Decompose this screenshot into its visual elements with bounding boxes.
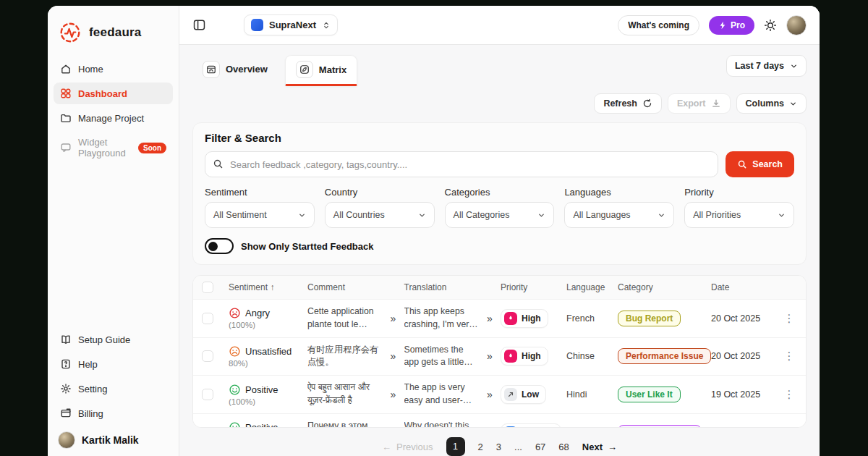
- sort-asc-icon[interactable]: ↑: [270, 282, 274, 292]
- priority-badge: High: [501, 309, 548, 328]
- table-row: Positive (100%) Почему в этом приложении…: [193, 413, 806, 428]
- book-icon: [60, 334, 72, 345]
- sidebar: feedaura Home Dashboard Manage Project W…: [48, 6, 179, 456]
- page-button-active[interactable]: 1: [446, 437, 465, 456]
- tab-overview[interactable]: Overview: [192, 55, 278, 86]
- row-menu-icon[interactable]: ⋮: [781, 350, 797, 363]
- search-input[interactable]: [205, 151, 718, 177]
- feedaura-logo-icon: [58, 20, 82, 45]
- dropdown-label: Sentiment: [205, 187, 315, 198]
- dropdown-label: Categories: [445, 187, 555, 198]
- col-category: Category: [618, 282, 706, 292]
- sentiment-score: (100%): [229, 397, 302, 406]
- comment-text: Cette application plante tout le temps, …: [307, 305, 383, 332]
- chevron-down-icon: [418, 211, 426, 219]
- priority-high-icon: [504, 312, 517, 325]
- priority-select[interactable]: All Priorities: [684, 202, 794, 228]
- selected-value: All Categories: [454, 210, 510, 220]
- category-badge: Feature Request: [618, 425, 702, 428]
- pro-button[interactable]: Pro: [709, 16, 754, 35]
- sidebar-item-widget-playground[interactable]: Widget Playground Soon: [54, 132, 173, 164]
- row-menu-icon[interactable]: ⋮: [781, 312, 797, 325]
- country-select[interactable]: All Countries: [325, 202, 435, 228]
- frown-face-icon: [229, 345, 241, 358]
- dropdown-label: Country: [325, 187, 435, 198]
- brand-name: feedaura: [89, 25, 141, 40]
- category-badge: Performance Issue: [618, 348, 711, 364]
- columns-button[interactable]: Columns: [736, 93, 807, 114]
- refresh-button[interactable]: Refresh: [594, 93, 662, 114]
- search-button[interactable]: Search: [726, 151, 794, 177]
- tabs-row: Overview Matrix Last 7 days: [192, 55, 807, 86]
- whats-coming-button[interactable]: What's coming: [618, 15, 699, 35]
- chevron-down-icon: [789, 100, 797, 108]
- theme-toggle-button[interactable]: [764, 19, 777, 32]
- comment-text: ऐप बहुत आसान और यूज़र-फ्रेंडली है: [307, 381, 383, 408]
- row-checkbox[interactable]: [202, 313, 213, 324]
- select-all-checkbox[interactable]: [202, 282, 213, 293]
- expand-comment-icon[interactable]: »: [388, 427, 399, 428]
- expand-translation-icon[interactable]: »: [484, 427, 495, 428]
- page-ellipsis: ...: [514, 442, 522, 452]
- sidebar-item-label: Setup Guide: [78, 334, 130, 345]
- sidebar-item-label: Home: [78, 64, 103, 75]
- chevron-down-icon: [790, 62, 798, 70]
- date-cell: 20 Oct 2025: [711, 351, 776, 361]
- project-switcher[interactable]: SupraNext: [244, 14, 338, 35]
- sentiment-score: (100%): [229, 321, 302, 329]
- col-comment: Comment: [307, 282, 383, 292]
- tab-matrix[interactable]: Matrix: [285, 55, 357, 86]
- row-menu-icon[interactable]: ⋮: [781, 426, 797, 428]
- export-button[interactable]: Export: [668, 93, 731, 114]
- chat-bubble-icon: [60, 142, 72, 153]
- row-checkbox[interactable]: [202, 350, 213, 362]
- sidebar-item-setting[interactable]: Setting: [54, 378, 173, 400]
- language-cell: Hindi: [566, 389, 613, 400]
- expand-comment-icon[interactable]: »: [388, 313, 399, 324]
- sidebar-item-billing[interactable]: Billing: [54, 402, 173, 424]
- sidebar-user[interactable]: Kartik Malik: [48, 424, 179, 449]
- languages-select[interactable]: All Languages: [564, 202, 674, 228]
- expand-comment-icon[interactable]: »: [388, 350, 399, 362]
- pagination: ←Previous 1 2 3 ... 67 68 Next→: [382, 437, 617, 456]
- table-row: Positive (100%) ऐप बहुत आसान और यूज़र-फ्…: [193, 375, 806, 413]
- page-button[interactable]: 3: [496, 442, 501, 452]
- selected-value: All Languages: [573, 210, 630, 220]
- priority-badge: Low: [501, 385, 546, 404]
- sidebar-item-manage-project[interactable]: Manage Project: [54, 107, 173, 129]
- sidebar-spacer: [48, 164, 179, 329]
- sidebar-item-setup-guide[interactable]: Setup Guide: [54, 329, 173, 350]
- sidebar-item-home[interactable]: Home: [54, 58, 173, 80]
- page-button[interactable]: 67: [535, 442, 545, 452]
- sidebar-item-help[interactable]: Help: [54, 353, 173, 375]
- topbar-avatar[interactable]: [786, 15, 807, 35]
- expand-translation-icon[interactable]: »: [484, 389, 495, 400]
- chevrons-up-down-icon: [322, 21, 331, 30]
- expand-comment-icon[interactable]: »: [388, 389, 399, 400]
- toggle-label: Show Only Startted Feedback: [241, 241, 374, 252]
- translation-text: Sometimes the app gets a little slow.: [404, 344, 480, 370]
- category-badge: User Like It: [618, 387, 681, 402]
- sentiment-select[interactable]: All Sentiment: [205, 202, 315, 228]
- page-button[interactable]: 2: [478, 442, 483, 452]
- page-button[interactable]: 68: [558, 442, 569, 452]
- row-menu-icon[interactable]: ⋮: [781, 388, 797, 401]
- arrow-right-icon: →: [608, 442, 617, 452]
- row-checkbox[interactable]: [202, 389, 213, 400]
- sentiment-cell: Positive (100%): [229, 384, 302, 406]
- date-range-select[interactable]: Last 7 days: [726, 55, 807, 77]
- started-feedback-toggle[interactable]: [205, 238, 234, 254]
- sidebar-item-dashboard[interactable]: Dashboard: [54, 83, 173, 104]
- categories-select[interactable]: All Categories: [445, 202, 555, 228]
- previous-page-button[interactable]: ←Previous: [382, 442, 433, 452]
- folder-icon: [60, 112, 72, 124]
- search-button-label: Search: [752, 159, 783, 169]
- sidebar-toggle-button[interactable]: [192, 18, 206, 32]
- sentiment-cell: Positive (100%): [229, 421, 302, 428]
- row-checkbox[interactable]: [202, 427, 213, 428]
- next-page-button[interactable]: Next→: [582, 442, 617, 452]
- expand-translation-icon[interactable]: »: [484, 350, 495, 362]
- search-box: [205, 151, 718, 177]
- refresh-label: Refresh: [603, 98, 637, 109]
- expand-translation-icon[interactable]: »: [484, 313, 495, 324]
